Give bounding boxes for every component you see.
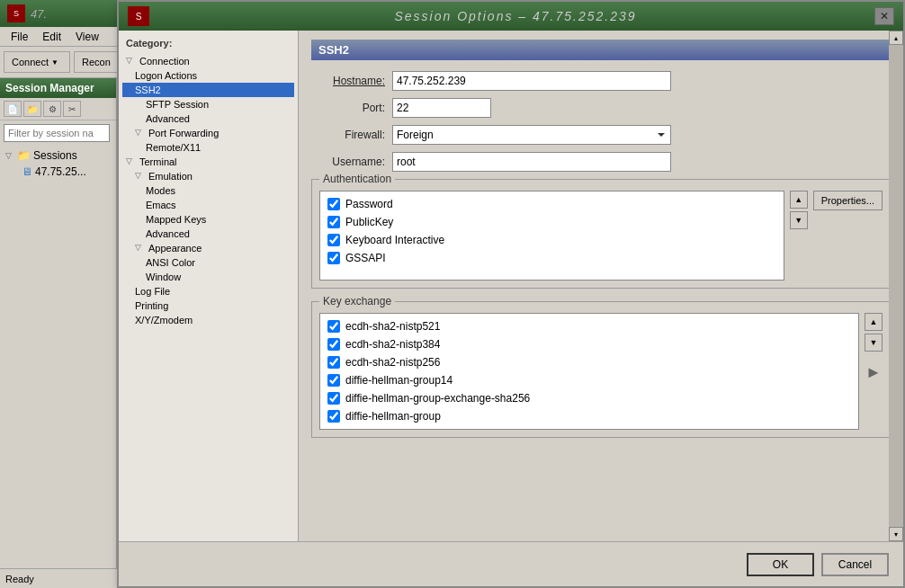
key-arrow-indicator: ► [865,363,882,382]
key-label-5: diffie-hellman-group [345,410,441,423]
cat-sftp-session[interactable]: SFTP Session [122,97,294,111]
key-item-1: ecdh-sha2-nistp384 [324,335,855,353]
cat-terminal[interactable]: ▽ Terminal [122,155,294,169]
key-list-container: ecdh-sha2-nistp521 ecdh-sha2-nistp384 ec… [319,313,883,430]
cat-window[interactable]: Window [122,270,294,284]
statusbar: Ready [0,568,117,588]
firewall-label: Firewall: [311,129,392,141]
app-icon: S [7,4,25,22]
key-checkbox-2[interactable] [327,356,340,369]
key-label-2: ecdh-sha2-nistp256 [345,356,440,369]
auth-item-gssapi: GSSAPI [324,249,780,267]
sessions-label: Sessions [33,149,77,162]
reconnect-label: Recon [82,57,111,67]
sessions-folder-icon: 📁 [17,149,31,162]
firewall-select[interactable]: Foreign [392,125,671,145]
category-label: Category: [122,36,294,50]
hostname-label-text: Hostname: [333,75,385,87]
key-checkbox-3[interactable] [327,374,340,387]
reconnect-btn[interactable]: Recon [74,51,119,73]
key-item-0: ecdh-sha2-nistp521 [324,317,855,335]
dialog-scroll-track[interactable] [889,45,903,527]
key-item-5: diffie-hellman-group [324,407,855,425]
emulation-expand-icon: ▽ [135,171,146,182]
dialog-scroll-down-btn[interactable]: ▾ [889,527,903,541]
session-options-dialog: S Session Options – 47.75.252.239 ✕ Cate… [117,0,905,588]
sessions-root[interactable]: ▽ 📁 Sessions [2,147,114,164]
key-checkbox-5[interactable] [327,410,340,423]
cat-logon-actions[interactable]: Logon Actions [122,68,294,83]
firewall-select-container: Foreign [392,125,671,145]
auth-item-keyboard: Keyboard Interactive [324,231,780,249]
cat-advanced-conn[interactable]: Advanced [122,111,294,126]
cat-ssh2[interactable]: SSH2 [122,83,294,97]
auth-scroll-down-btn[interactable]: ▼ [790,211,808,229]
key-label-1: ecdh-sha2-nistp384 [345,338,440,351]
session-item-icon: 🖥 [22,165,32,178]
key-label-4: diffie-hellman-group-exchange-sha256 [345,392,530,405]
dialog-scroll-up-btn[interactable]: ▴ [889,31,903,45]
cat-xyz-modem[interactable]: X/Y/Zmodem [122,313,294,327]
cat-modes[interactable]: Modes [122,183,294,198]
connect-dropdown-icon: ▼ [51,58,62,67]
filter-input[interactable] [4,124,110,142]
port-fwd-expand-icon: ▽ [135,128,146,138]
port-input[interactable] [392,98,491,118]
auth-scroll-buttons: ▲ ▼ [790,191,808,229]
properties-btn-container: Properties... [813,191,883,210]
filter-box [4,124,112,142]
key-scroll-buttons: ▲ ▼ ► [865,313,883,382]
menu-view[interactable]: View [68,29,106,45]
auth-checkbox-keyboard[interactable] [327,234,340,246]
ok-btn[interactable]: OK [747,553,814,576]
cat-appearance[interactable]: ▽ Appearance [122,241,294,255]
key-scroll-down-btn[interactable]: ▼ [865,334,883,352]
auth-checkbox-password[interactable] [327,198,340,210]
username-input[interactable] [392,152,671,172]
session-folder-btn[interactable]: 📁 [23,101,41,117]
cancel-btn[interactable]: Cancel [821,553,889,576]
auth-list: Password PublicKey Keyboard Interactive [319,191,784,281]
menu-edit[interactable]: Edit [35,29,68,45]
session-tree: ▽ 📁 Sessions 🖥 47.75.25... [0,146,116,182]
auth-item-password: Password [324,195,780,213]
auth-checkbox-gssapi[interactable] [327,252,340,264]
appearance-expand-icon: ▽ [135,243,146,254]
dialog-body: Category: ▽ Connection Logon Actions SSH… [119,31,903,541]
cat-port-forwarding[interactable]: ▽ Port Forwarding [122,126,294,140]
auth-item-publickey: PublicKey [324,213,780,231]
auth-section-title: Authentication [319,173,395,185]
auth-scroll-up-btn[interactable]: ▲ [790,191,808,209]
session-cut-btn[interactable]: ✂ [63,101,81,117]
cat-emacs[interactable]: Emacs [122,198,294,212]
cat-printing[interactable]: Printing [122,298,294,313]
connect-btn[interactable]: Connect ▼ [4,51,70,73]
status-text: Ready [5,574,34,584]
session-item[interactable]: 🖥 47.75.25... [2,164,114,180]
menu-file[interactable]: File [4,29,35,45]
auth-checkbox-publickey[interactable] [327,216,340,228]
cat-ansi-color[interactable]: ANSI Color [122,255,294,270]
cat-remote-x11[interactable]: Remote/X11 [122,140,294,155]
key-label-0: ecdh-sha2-nistp521 [345,320,440,333]
cat-mapped-keys[interactable]: Mapped Keys [122,212,294,227]
hostname-input[interactable] [392,71,671,91]
terminal-expand-icon: ▽ [126,156,137,167]
session-item-label: 47.75.25... [35,165,86,178]
cat-advanced-term[interactable]: Advanced [122,227,294,241]
key-checkbox-0[interactable] [327,320,340,333]
cat-connection[interactable]: ▽ Connection [122,54,294,68]
firewall-row: Firewall: Foreign [311,125,891,145]
auth-section: Authentication Password PublicKey [311,179,891,289]
key-checkbox-4[interactable] [327,392,340,405]
cat-log-file[interactable]: Log File [122,284,294,298]
properties-btn[interactable]: Properties... [813,191,883,210]
session-new-btn[interactable]: 📄 [4,101,22,117]
cat-emulation[interactable]: ▽ Emulation [122,169,294,183]
dialog-icon: S [128,6,149,26]
key-scroll-up-btn[interactable]: ▲ [865,313,883,331]
session-settings-btn[interactable]: ⚙ [43,101,61,117]
dialog-title: Session Options – 47.75.252.239 [157,9,874,23]
key-checkbox-1[interactable] [327,338,340,351]
dialog-close-btn[interactable]: ✕ [874,7,894,25]
